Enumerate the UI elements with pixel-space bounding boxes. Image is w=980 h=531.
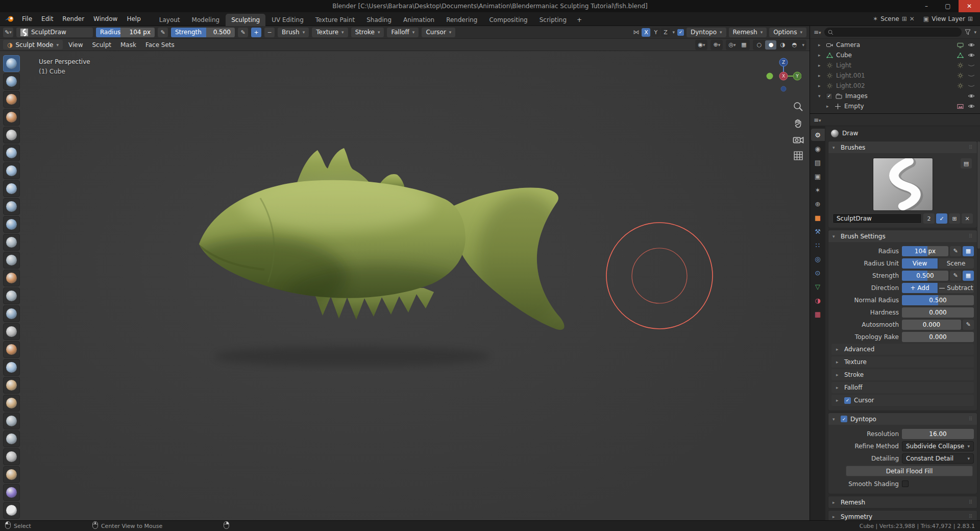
remesh-panel-header[interactable]: ▸Remesh⠿: [828, 496, 977, 508]
mirror-dropdown-icon[interactable]: ▾: [672, 30, 675, 35]
brush-settings-panel-header[interactable]: ▾ Brush Settings ⠿: [828, 230, 977, 242]
mode-selector-button[interactable]: ◑ Sculpt Mode ▾: [3, 40, 63, 50]
remesh-popover[interactable]: Remesh▾: [729, 28, 767, 37]
segment-option-view[interactable]: View: [902, 258, 938, 269]
tool-fill[interactable]: [3, 252, 20, 269]
viewport-menu-mask[interactable]: Mask: [116, 39, 141, 51]
topology-rake-slider[interactable]: 0.000: [902, 332, 974, 342]
hardness-slider[interactable]: 0.000: [902, 307, 974, 318]
tool-draw-sharp[interactable]: [3, 73, 20, 90]
tab-scripting[interactable]: Scripting: [534, 14, 572, 26]
disclosure-icon[interactable]: ▸: [818, 42, 823, 47]
gizmo-z-neg-axis[interactable]: [781, 86, 786, 91]
outliner-item-light-002[interactable]: ▸Light.002: [810, 81, 980, 91]
properties-tab-object-data[interactable]: ▽: [811, 280, 825, 293]
material-shading-button[interactable]: ◑: [777, 40, 788, 50]
outliner-item-images[interactable]: ▾✓Images: [810, 91, 980, 101]
tool-flatten[interactable]: [3, 234, 20, 251]
tab-animation[interactable]: Animation: [398, 14, 440, 26]
outliner-search-input[interactable]: [824, 28, 962, 37]
tool-thumb[interactable]: [3, 377, 20, 394]
eye-open-icon[interactable]: [967, 41, 976, 49]
fish-model[interactable]: [184, 137, 582, 372]
tool-multi-plane-scrape[interactable]: [3, 287, 20, 304]
unified-toggle-icon[interactable]: ▦: [963, 246, 974, 256]
properties-tab-texture[interactable]: ▦: [811, 308, 825, 320]
options-popover[interactable]: Options▾: [769, 28, 806, 37]
tool-inflate[interactable]: [3, 162, 20, 179]
strength-pressure-toggle[interactable]: ✎: [238, 28, 248, 37]
tab-rendering[interactable]: Rendering: [440, 14, 483, 26]
tool-crease[interactable]: [3, 198, 20, 215]
symmetry-panel-header[interactable]: ▸Symmetry⠿: [828, 511, 977, 520]
pressure-toggle-icon[interactable]: ✎: [950, 271, 961, 281]
panel-grip-icon[interactable]: ⠿: [969, 233, 973, 239]
dyntopo-popover[interactable]: Dyntopo▾: [687, 28, 726, 37]
properties-tab-particles[interactable]: ∷: [811, 239, 825, 251]
fake-user-toggle[interactable]: ✓: [936, 213, 947, 224]
tool-draw[interactable]: [3, 55, 20, 72]
panel-grip-icon[interactable]: ⠿: [969, 499, 973, 505]
filter-icon[interactable]: [965, 29, 971, 35]
disclosure-icon[interactable]: ▸: [818, 63, 823, 68]
grid-toggle-icon[interactable]: [791, 149, 805, 162]
viewport-3d[interactable]: User Perspective (1) Cube: [0, 51, 810, 520]
panel-grip-icon[interactable]: ⠿: [969, 514, 973, 519]
segment-option-add[interactable]: + Add: [902, 283, 938, 293]
pressure-toggle-icon[interactable]: ✎: [963, 320, 974, 330]
gizmo-y-neg-axis[interactable]: [767, 73, 773, 80]
strength-slider[interactable]: Strength 0.500: [171, 28, 235, 37]
browse-brush-image-button[interactable]: ▤: [961, 158, 972, 168]
tool-elastic-deform[interactable]: [3, 341, 20, 358]
scene-selector[interactable]: ✶ Scene ⊞ ✕: [870, 15, 918, 22]
properties-scrollbar[interactable]: [977, 141, 980, 249]
visibility-dropdown[interactable]: ◉▾: [696, 40, 707, 50]
tool-clay-thumb[interactable]: [3, 127, 20, 143]
tool-pinch[interactable]: [3, 305, 20, 322]
resolution-field[interactable]: 16.00: [902, 429, 974, 439]
disclosure-icon[interactable]: ▸: [818, 73, 823, 78]
properties-tab-material[interactable]: ◑: [811, 294, 825, 306]
tool-nudge[interactable]: [3, 413, 20, 429]
disclosure-icon[interactable]: ▸: [818, 83, 823, 88]
delete-scene-icon[interactable]: ✕: [910, 15, 915, 22]
properties-tab-constraints[interactable]: ⊙: [811, 267, 825, 279]
properties-tab-scene[interactable]: ✶: [811, 184, 825, 196]
viewport-menu-sculpt[interactable]: Sculpt: [88, 39, 116, 51]
properties-editor-type-icon[interactable]: ≡▾: [814, 116, 821, 124]
tool-cloth[interactable]: [3, 466, 20, 483]
tab-layout[interactable]: Layout: [154, 14, 186, 26]
eye-open-icon[interactable]: [967, 103, 976, 110]
viewport-menu-face-sets[interactable]: Face Sets: [141, 39, 179, 51]
editor-type-button[interactable]: ✎▾: [3, 28, 13, 37]
new-view-layer-icon[interactable]: ⊞: [968, 15, 973, 22]
brush-users-count[interactable]: 2: [923, 213, 935, 224]
subpanel-texture[interactable]: ▸Texture: [831, 356, 974, 368]
disclosure-icon[interactable]: ▸: [818, 53, 823, 58]
disclosure-icon[interactable]: ▸: [826, 104, 831, 109]
tool-scrape[interactable]: [3, 270, 20, 286]
menu-window[interactable]: Window: [89, 12, 122, 26]
texture-dropdown[interactable]: Texture▾: [312, 28, 348, 37]
wireframe-shading-button[interactable]: ○: [753, 40, 765, 50]
tool-snake-hook[interactable]: [3, 359, 20, 376]
tab-texture-paint[interactable]: Texture Paint: [310, 14, 360, 26]
duplicate-brush-button[interactable]: ⊞: [949, 213, 960, 224]
brush-name-field[interactable]: SculptDraw: [832, 213, 922, 224]
menu-edit[interactable]: Edit: [37, 12, 58, 26]
subpanel-stroke[interactable]: ▸Stroke: [831, 369, 974, 380]
tool-pose[interactable]: [3, 395, 20, 412]
unified-toggle-icon[interactable]: ▦: [963, 271, 974, 281]
direction-subtract-toggle[interactable]: −: [264, 28, 275, 37]
properties-tab-view-layer[interactable]: ▣: [811, 170, 825, 182]
blender-logo-icon[interactable]: [4, 15, 15, 23]
dyntopo-panel-header[interactable]: ▾ ✓ Dyntopo ⠿: [828, 413, 977, 425]
detail-flood-fill-button[interactable]: Detail Flood Fill: [846, 466, 973, 476]
eye-closed-icon[interactable]: [967, 82, 976, 89]
outliner-item-camera[interactable]: ▸Camera: [810, 40, 980, 50]
tool-clay[interactable]: [3, 91, 20, 108]
maximize-button[interactable]: ▢: [937, 0, 959, 12]
viewport-menu-view[interactable]: View: [64, 39, 87, 51]
menu-file[interactable]: File: [17, 12, 37, 26]
properties-tab-world[interactable]: ⊕: [811, 198, 825, 210]
